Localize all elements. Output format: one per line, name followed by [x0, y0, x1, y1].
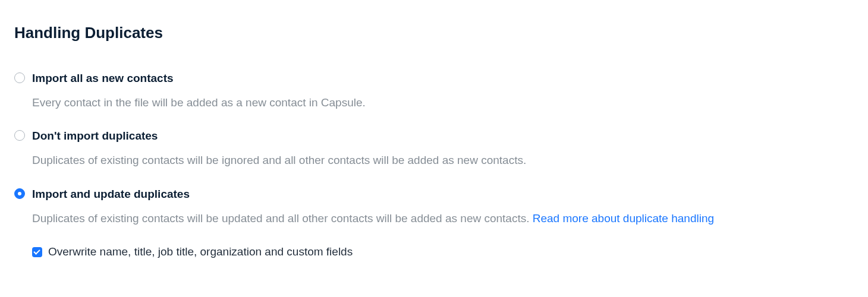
option-label: Import all as new contacts	[32, 72, 174, 86]
radio-skip-duplicates[interactable]	[14, 130, 25, 141]
radio-update-duplicates[interactable]	[14, 188, 25, 199]
option-label: Import and update duplicates	[32, 188, 190, 201]
option-label: Don't import duplicates	[32, 129, 158, 143]
option-description: Duplicates of existing contacts will be …	[32, 211, 854, 227]
read-more-link[interactable]: Read more about duplicate handling	[533, 212, 714, 225]
overwrite-checkbox[interactable]	[32, 247, 42, 257]
option-description: Duplicates of existing contacts will be …	[32, 153, 854, 169]
option-import-all: Import all as new contacts Every contact…	[14, 72, 854, 110]
overwrite-checkbox-label: Overwrite name, title, job title, organi…	[48, 245, 353, 258]
option-skip-duplicates: Don't import duplicates Duplicates of ex…	[14, 129, 854, 168]
overwrite-checkbox-row: Overwrite name, title, job title, organi…	[32, 245, 854, 258]
section-heading: Handling Duplicates	[14, 24, 854, 42]
option-description: Every contact in the file will be added …	[32, 95, 854, 111]
option-update-duplicates: Import and update duplicates Duplicates …	[14, 188, 854, 258]
radio-import-all[interactable]	[14, 72, 25, 83]
